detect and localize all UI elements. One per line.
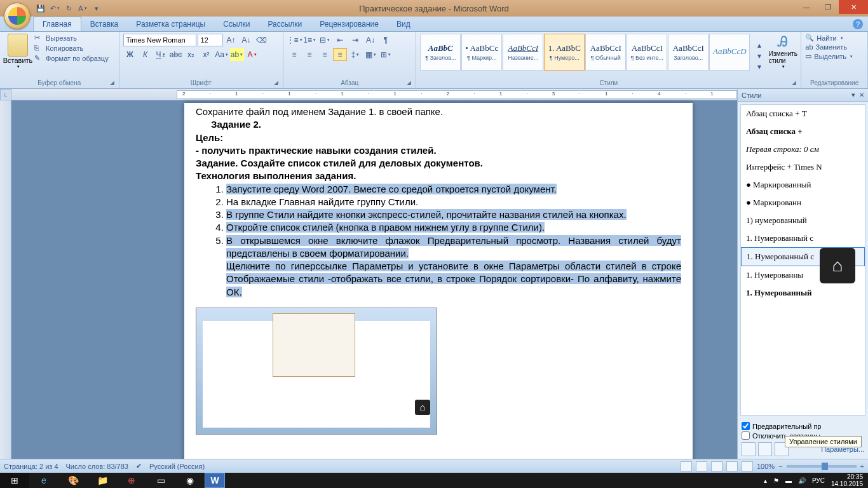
change-styles-button[interactable]: Ꭿ Изменить стили▾ bbox=[769, 34, 797, 78]
zoom-in-icon[interactable]: + bbox=[860, 463, 864, 470]
tab-mailings[interactable]: Рассылки bbox=[259, 17, 311, 31]
page[interactable]: Сохраните файл под именем Задание 1. в с… bbox=[184, 103, 693, 459]
style-row[interactable]: Первая строка: 0 см bbox=[741, 140, 865, 158]
italic-button[interactable]: К bbox=[139, 48, 153, 61]
style-item-selected[interactable]: 1. AaBbC¶ Нумеро... bbox=[544, 34, 585, 71]
tab-view[interactable]: Вид bbox=[388, 17, 419, 31]
pane-dropdown-icon[interactable]: ▾ bbox=[851, 91, 855, 99]
status-language[interactable]: Русский (Россия) bbox=[149, 463, 205, 470]
view-draft-icon[interactable] bbox=[742, 461, 753, 471]
status-page[interactable]: Страница: 2 из 4 bbox=[4, 463, 58, 470]
font-color-button[interactable]: A▾ bbox=[245, 48, 259, 61]
vertical-ruler[interactable] bbox=[0, 100, 11, 459]
view-outline-icon[interactable] bbox=[726, 461, 738, 471]
inspect-style-icon[interactable] bbox=[758, 442, 772, 456]
style-row[interactable]: ● Маркированн bbox=[741, 194, 865, 212]
qat-menu-icon[interactable]: A▾ bbox=[77, 3, 88, 14]
paste-button[interactable]: Вставить ▾ bbox=[4, 34, 32, 78]
subscript-button[interactable]: x₂ bbox=[184, 48, 198, 61]
tray-flag-icon[interactable]: ⚑ bbox=[773, 477, 779, 484]
horizontal-ruler[interactable]: 2 · 1 · 1 · 1 · 1 · 2 · 1 · 3 · 1 · 4 · … bbox=[11, 89, 737, 100]
document-text[interactable]: Сохраните файл под именем Задание 1. в с… bbox=[196, 105, 681, 435]
multilevel-button[interactable]: ⊟▾ bbox=[318, 34, 332, 46]
office-button[interactable] bbox=[4, 3, 31, 29]
status-proofing-icon[interactable]: ✔ bbox=[136, 462, 142, 470]
zoom-level[interactable]: 100% bbox=[757, 463, 775, 470]
para-launcher-icon[interactable]: ◢ bbox=[407, 79, 414, 87]
tray-network-icon[interactable]: ▬ bbox=[785, 477, 792, 484]
indent-left-button[interactable]: ⇤ bbox=[333, 34, 347, 46]
style-item[interactable]: AaBbCcI¶ Без инте... bbox=[627, 34, 667, 71]
view-fullscreen-icon[interactable] bbox=[696, 461, 707, 471]
zoom-slider[interactable] bbox=[787, 465, 857, 468]
styles-pane-header[interactable]: Стили ▾ ✕ bbox=[738, 89, 868, 102]
help-icon[interactable]: ? bbox=[853, 19, 863, 29]
align-left-button[interactable]: ≡ bbox=[287, 48, 301, 61]
tab-home[interactable]: Главная bbox=[33, 17, 81, 31]
ruler-corner[interactable]: L bbox=[0, 89, 11, 100]
replace-button[interactable]: abЗаменить bbox=[805, 43, 864, 51]
save-icon[interactable]: 💾 bbox=[35, 3, 46, 14]
qat-dropdown-icon[interactable]: ▾ bbox=[91, 3, 102, 14]
redo-icon[interactable]: ↻ bbox=[63, 3, 74, 14]
tab-review[interactable]: Рецензирование bbox=[311, 17, 388, 31]
taskbar-word-icon[interactable]: W bbox=[205, 473, 225, 488]
justify-button[interactable]: ≡ bbox=[333, 48, 347, 61]
gallery-more-icon[interactable]: ▾ bbox=[752, 62, 766, 72]
style-row[interactable]: Абзац списка + T bbox=[741, 105, 865, 123]
align-center-button[interactable]: ≡ bbox=[302, 48, 316, 61]
show-marks-button[interactable]: ¶ bbox=[379, 34, 393, 46]
home-badge-icon[interactable]: ⌂ bbox=[820, 248, 855, 283]
style-item[interactable]: AaBbCcIЗаголово... bbox=[668, 34, 709, 71]
style-item[interactable]: AaBbCcIНазвание... bbox=[503, 34, 543, 71]
style-row[interactable]: ● Маркированный bbox=[741, 176, 865, 194]
maximize-button[interactable]: ❐ bbox=[817, 0, 839, 14]
font-launcher-icon[interactable]: ◢ bbox=[274, 79, 281, 87]
tray-clock[interactable]: 20:3514.10.2015 bbox=[831, 473, 863, 487]
start-button[interactable]: ⊞ bbox=[0, 473, 29, 488]
gallery-up-icon[interactable]: ▴ bbox=[752, 40, 766, 50]
font-size-input[interactable] bbox=[198, 34, 223, 46]
change-case-button[interactable]: Aa▾ bbox=[215, 48, 229, 61]
strike-button[interactable]: abc bbox=[169, 48, 183, 61]
tab-references[interactable]: Ссылки bbox=[214, 17, 259, 31]
preview-checkbox[interactable]: Предварительный пр bbox=[742, 422, 864, 430]
copy-button[interactable]: ⎘Копировать bbox=[34, 44, 109, 53]
styles-launcher-icon[interactable]: ◢ bbox=[792, 79, 799, 87]
tray-volume-icon[interactable]: 🔊 bbox=[798, 477, 806, 484]
style-item[interactable]: AaBbCcD bbox=[709, 34, 750, 71]
minimize-button[interactable]: — bbox=[796, 0, 817, 14]
taskbar-app-icon[interactable]: ⊕ bbox=[117, 473, 146, 488]
style-row[interactable]: 1. Нумерованный с bbox=[741, 229, 865, 247]
view-web-icon[interactable] bbox=[711, 461, 722, 471]
numbering-button[interactable]: 1≡▾ bbox=[302, 34, 316, 46]
pane-close-icon[interactable]: ✕ bbox=[859, 92, 864, 98]
underline-button[interactable]: Ч▾ bbox=[154, 48, 168, 61]
style-item[interactable]: • AaBbCc¶ Маркир... bbox=[461, 34, 502, 71]
close-button[interactable]: ✕ bbox=[839, 0, 868, 14]
select-button[interactable]: ▭Выделить▾ bbox=[805, 52, 864, 60]
tab-insert[interactable]: Вставка bbox=[81, 17, 128, 31]
style-row[interactable]: 1) нумерованный bbox=[741, 212, 865, 229]
style-row[interactable]: 1. Нумерованный bbox=[741, 284, 865, 302]
borders-button[interactable]: ⊞▾ bbox=[379, 48, 393, 61]
undo-icon[interactable]: ↶▾ bbox=[49, 3, 60, 14]
taskbar-paint-icon[interactable]: 🎨 bbox=[58, 473, 88, 488]
taskbar-chrome-icon[interactable]: ◉ bbox=[175, 473, 205, 488]
shrink-font-icon[interactable]: A↓ bbox=[240, 34, 254, 46]
tray-lang[interactable]: РУС bbox=[812, 477, 825, 484]
bullets-button[interactable]: ⋮≡▾ bbox=[287, 34, 301, 46]
status-words[interactable]: Число слов: 83/783 bbox=[66, 463, 128, 470]
bold-button[interactable]: Ж bbox=[123, 48, 137, 61]
clipboard-launcher-icon[interactable]: ◢ bbox=[110, 79, 118, 87]
zoom-out-icon[interactable]: − bbox=[778, 463, 782, 470]
styles-gallery[interactable]: AaBbC¶ Заголов... • AaBbCc¶ Маркир... Aa… bbox=[420, 34, 750, 78]
align-right-button[interactable]: ≡ bbox=[318, 48, 332, 61]
find-button[interactable]: 🔍Найти▾ bbox=[805, 34, 864, 42]
superscript-button[interactable]: x² bbox=[200, 48, 214, 61]
cut-button[interactable]: ✂Вырезать bbox=[34, 34, 109, 43]
style-row[interactable]: Абзац списка + bbox=[741, 123, 865, 140]
shading-button[interactable]: ▦▾ bbox=[363, 48, 377, 61]
taskbar-explorer-icon[interactable]: 📁 bbox=[88, 473, 117, 488]
font-name-input[interactable] bbox=[123, 34, 196, 46]
